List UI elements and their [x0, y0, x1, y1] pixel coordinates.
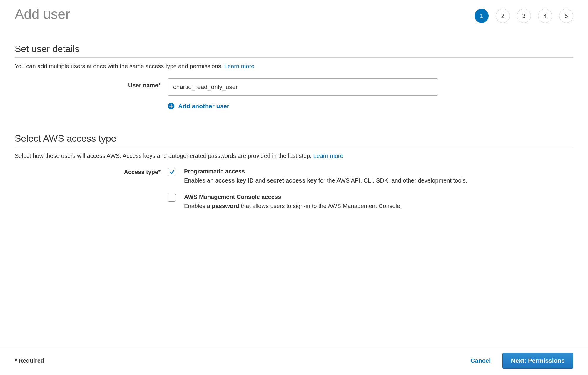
- section-user-details-desc: You can add multiple users at once with …: [15, 63, 573, 70]
- learn-more-link-user-details[interactable]: Learn more: [224, 63, 254, 69]
- section-access-type-desc-text: Select how these users will access AWS. …: [15, 153, 313, 159]
- step-5[interactable]: 5: [559, 9, 573, 23]
- divider-2: [15, 147, 573, 147]
- username-input[interactable]: [168, 78, 438, 96]
- username-label: User name*: [15, 78, 168, 89]
- prog-desc-post: for the AWS API, CLI, SDK, and other dev…: [317, 177, 467, 184]
- prog-desc-mid: and: [254, 177, 267, 184]
- footer: * Required Cancel Next: Permissions: [0, 346, 588, 375]
- prog-desc-b1: access key ID: [215, 177, 254, 184]
- wizard-steps: 1 2 3 4 5: [475, 6, 573, 23]
- prog-desc-pre: Enables an: [184, 177, 215, 184]
- plus-circle-icon: [168, 103, 175, 110]
- step-4[interactable]: 4: [538, 9, 552, 23]
- access-type-label: Access type*: [15, 168, 168, 175]
- programmatic-access-checkbox[interactable]: [168, 168, 176, 176]
- add-another-user-label: Add another user: [178, 103, 229, 110]
- section-user-details-desc-text: You can add multiple users at once with …: [15, 63, 224, 69]
- prog-desc-b2: secret access key: [267, 177, 317, 184]
- section-user-details-title: Set user details: [15, 43, 573, 54]
- svg-rect-2: [169, 106, 173, 107]
- console-desc-b1: password: [212, 203, 239, 209]
- required-note: * Required: [15, 357, 44, 364]
- learn-more-link-access-type[interactable]: Learn more: [313, 153, 343, 159]
- programmatic-access-title: Programmatic access: [184, 168, 573, 175]
- step-3[interactable]: 3: [517, 9, 531, 23]
- divider: [15, 57, 573, 58]
- step-1[interactable]: 1: [475, 9, 489, 23]
- console-access-checkbox[interactable]: [168, 194, 176, 202]
- page-title: Add user: [15, 6, 70, 22]
- cancel-button[interactable]: Cancel: [470, 357, 491, 364]
- section-access-type-title: Select AWS access type: [15, 133, 573, 144]
- console-access-desc: Enables a password that allows users to …: [184, 202, 507, 210]
- section-access-type-desc: Select how these users will access AWS. …: [15, 153, 573, 159]
- next-permissions-button[interactable]: Next: Permissions: [502, 353, 573, 369]
- console-desc-post: that allows users to sign-in to the AWS …: [239, 203, 402, 209]
- step-2[interactable]: 2: [496, 9, 510, 23]
- programmatic-access-desc: Enables an access key ID and secret acce…: [184, 176, 507, 185]
- console-access-title: AWS Management Console access: [184, 194, 573, 200]
- console-desc-pre: Enables a: [184, 203, 212, 209]
- add-another-user-button[interactable]: Add another user: [168, 103, 573, 110]
